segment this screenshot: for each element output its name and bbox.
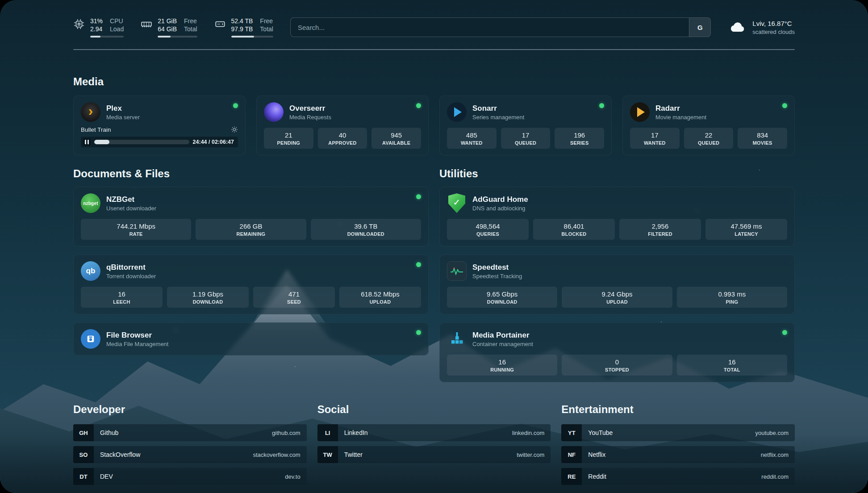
section-title-developer: Developer <box>73 403 307 416</box>
overseerr-icon <box>264 102 284 122</box>
top-bar: 31% 2.94 CPU Load <box>73 15 795 39</box>
card-overseerr[interactable]: Overseerr Media Requests 21PENDING 40APP… <box>256 96 429 155</box>
disk-widget: 52.4 TB 97.9 TB Free Total <box>214 17 273 38</box>
app-name: Media Portainer <box>472 330 533 340</box>
card-plex[interactable]: Plex Media server Bullet Train <box>73 96 246 155</box>
card-radarr[interactable]: Radarr Movie management 17WANTED 22QUEUE… <box>622 96 795 155</box>
cloud-icon <box>728 21 747 34</box>
weather-widget: Lviv, 16.87°C scattered clouds <box>728 19 795 35</box>
status-dot <box>782 103 787 108</box>
memory-total-value: 64 GiB <box>158 25 177 33</box>
card-filebrowser[interactable]: File Browser Media File Management <box>73 322 429 355</box>
bookmark-name: Reddit <box>588 473 606 480</box>
app-name: NZBGet <box>106 195 156 204</box>
memory-free-value: 21 GiB <box>158 17 177 25</box>
disk-label-total: Total <box>260 25 273 33</box>
cpu-widget: 31% 2.94 CPU Load <box>73 17 124 38</box>
bookmark-name: StackOverflow <box>100 451 140 458</box>
portainer-icon <box>447 329 467 349</box>
disk-icon <box>214 18 226 30</box>
stat-stopped: 0STOPPED <box>562 355 672 376</box>
app-subtitle: Movie management <box>655 114 706 121</box>
card-speedtest[interactable]: Speedtest Speedtest Tracking 9.65 GbpsDO… <box>439 255 795 314</box>
app-name: Radarr <box>655 104 706 113</box>
bookmark-group-social: Social LI LinkedIn linkedin.com TW Twitt… <box>317 403 551 485</box>
search-input[interactable] <box>291 18 689 37</box>
nzbget-icon: nzbget <box>81 193 100 213</box>
bookmark-abbr: RE <box>561 468 582 485</box>
bookmark-youtube[interactable]: YT YouTube youtube.com <box>561 424 795 441</box>
stat-total: 16TOTAL <box>677 355 787 376</box>
bookmark-netflix[interactable]: NF Netflix netflix.com <box>561 446 795 463</box>
app-subtitle: Media File Management <box>106 341 168 347</box>
disk-label-free: Free <box>260 17 273 25</box>
search-provider-button[interactable]: G <box>689 18 710 37</box>
status-dot <box>416 194 421 199</box>
bookmarks: Developer GH Github github.com SO StackO… <box>73 403 795 493</box>
bookmark-abbr: LI <box>317 424 338 441</box>
memory-widget: 21 GiB 64 GiB Free Total <box>141 17 197 38</box>
search-bar: G <box>290 17 711 37</box>
stat-upload: 618.52 MbpsUPLOAD <box>339 287 421 308</box>
section-utilities: Utilities AdGuard Home DNS and adblockin… <box>439 167 795 382</box>
filebrowser-icon <box>81 329 100 349</box>
stat-blocked: 86,401BLOCKED <box>533 219 615 240</box>
cpu-label-2: Load <box>110 25 124 33</box>
cpu-label-1: CPU <box>110 17 124 25</box>
sonarr-icon <box>447 102 467 122</box>
stat-queries: 498,564QUERIES <box>447 219 529 240</box>
app-name: qBittorrent <box>106 263 156 272</box>
status-dot <box>416 262 421 267</box>
bookmark-name: Twitter <box>344 451 363 458</box>
bookmark-github[interactable]: GH Github github.com <box>73 424 307 441</box>
snow-specks <box>0 0 1 1</box>
card-adguard[interactable]: AdGuard Home DNS and adblocking 498,564Q… <box>439 187 795 246</box>
stat-available: 945AVAILABLE <box>371 128 421 149</box>
app-subtitle: Usenet downloader <box>106 205 156 212</box>
section-title-utilities: Utilities <box>439 167 795 180</box>
qbittorrent-icon: qb <box>81 261 100 281</box>
section-documents: Documents & Files nzbget NZBGet Usenet d… <box>73 167 429 355</box>
app-subtitle: Media Requests <box>289 114 331 121</box>
gear-icon[interactable] <box>231 126 238 133</box>
card-nzbget[interactable]: nzbget NZBGet Usenet downloader 744.21 M… <box>73 187 429 246</box>
weather-location: Lviv, 16.87°C <box>752 19 795 28</box>
bookmark-group-developer: Developer GH Github github.com SO StackO… <box>73 403 307 485</box>
card-sonarr[interactable]: Sonarr Series management 485WANTED 17QUE… <box>439 96 612 155</box>
stat-remaining: 266 GBREMAINING <box>196 219 306 240</box>
pause-button[interactable] <box>83 138 91 146</box>
section-title-media: Media <box>73 75 795 88</box>
bookmark-reddit[interactable]: RE Reddit reddit.com <box>561 468 795 485</box>
radarr-icon <box>630 102 650 122</box>
bookmark-url: dev.to <box>285 473 300 480</box>
cpu-usage-value: 31% <box>90 17 103 25</box>
bookmark-dev[interactable]: DT DEV dev.to <box>73 468 307 485</box>
bookmark-url: twitter.com <box>517 451 544 458</box>
bookmark-linkedin[interactable]: LI LinkedIn linkedin.com <box>317 424 551 441</box>
bookmark-name: YouTube <box>588 429 613 436</box>
stat-download: 9.65 GbpsDOWNLOAD <box>447 287 557 308</box>
bookmark-twitter[interactable]: TW Twitter twitter.com <box>317 446 551 463</box>
card-portainer[interactable]: Media Portainer Container management 16R… <box>439 322 795 382</box>
stat-download: 1.19 GbpsDOWNLOAD <box>167 287 249 308</box>
stat-rate: 744.21 MbpsRATE <box>81 219 191 240</box>
bookmark-abbr: TW <box>317 446 338 463</box>
card-qbittorrent[interactable]: qb qBittorrent Torrent downloader 16LEEC… <box>73 255 429 314</box>
bookmark-abbr: GH <box>73 424 94 441</box>
app-name: Sonarr <box>472 104 524 113</box>
stat-leech: 16LEECH <box>81 287 163 308</box>
now-playing-title: Bullet Train <box>81 126 111 133</box>
bookmark-name: Netflix <box>588 451 605 458</box>
stat-latency: 47.569 msLATENCY <box>705 219 787 240</box>
memory-label-free: Free <box>184 17 197 25</box>
stat-seed: 471SEED <box>253 287 335 308</box>
playback-time: 24:44 / 02:06:47 <box>193 139 234 145</box>
bookmark-stackoverflow[interactable]: SO StackOverflow stackoverflow.com <box>73 446 307 463</box>
stat-series: 196SERIES <box>555 128 604 149</box>
app-subtitle: Series management <box>472 114 524 121</box>
bookmark-abbr: YT <box>561 424 582 441</box>
stat-wanted: 485WANTED <box>447 128 497 149</box>
bookmark-abbr: NF <box>561 446 582 463</box>
stat-movies: 834MOVIES <box>738 128 787 149</box>
playback-progress-bar[interactable] <box>94 140 189 144</box>
